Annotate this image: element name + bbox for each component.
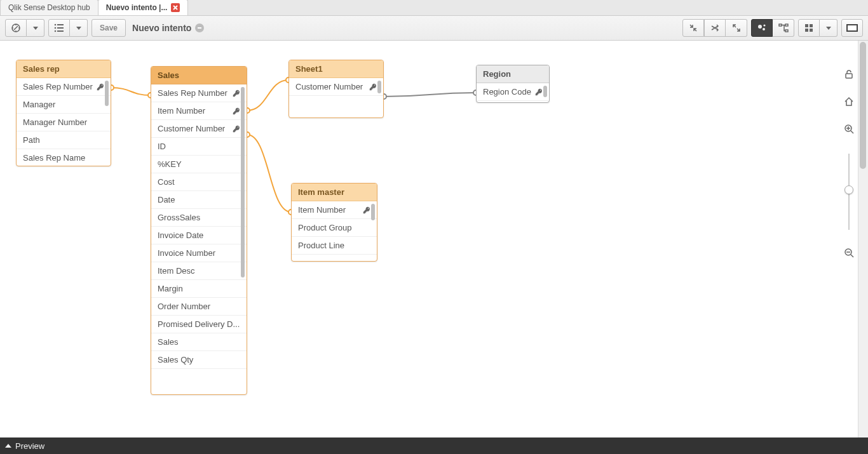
app-title-text: Nuevo intento xyxy=(132,23,191,33)
canvas-scrollbar[interactable] xyxy=(858,41,868,437)
chevron-down-icon xyxy=(33,27,38,30)
compass-dropdown[interactable] xyxy=(27,19,44,37)
table-field[interactable]: Product Group xyxy=(292,219,377,237)
table-field[interactable]: Invoice Date xyxy=(151,227,247,244)
table-title[interactable]: Sheet1 xyxy=(289,60,383,78)
list-dropdown[interactable] xyxy=(70,19,88,37)
table-field[interactable]: Sales Qty xyxy=(151,351,247,369)
field-scroll-thumb[interactable] xyxy=(377,81,381,93)
save-button[interactable]: Save xyxy=(92,19,126,37)
table-field[interactable]: Cost xyxy=(151,173,247,191)
field-label: Date xyxy=(158,191,175,209)
field-scroll-thumb[interactable] xyxy=(241,87,245,277)
table-field[interactable]: Sales Rep Number xyxy=(151,84,247,102)
table-field[interactable]: Sales Rep Number xyxy=(17,78,111,96)
table-field[interactable]: ID xyxy=(151,138,247,156)
grid-dropdown[interactable] xyxy=(820,19,837,37)
table-sales[interactable]: SalesSales Rep NumberItem NumberCustomer… xyxy=(151,66,247,395)
table-sheet1[interactable]: Sheet1Customer Number xyxy=(288,60,384,118)
preview-bar[interactable]: Preview xyxy=(0,437,868,454)
table-field[interactable]: Promised Delivery D... xyxy=(151,316,247,333)
key-icon xyxy=(233,90,240,97)
tab-label: Nuevo intento |... xyxy=(106,0,168,15)
table-field[interactable]: Path xyxy=(17,131,111,149)
table-field[interactable]: Item Number xyxy=(292,201,377,219)
table-field[interactable]: Invoice Number xyxy=(151,244,247,262)
svg-rect-14 xyxy=(785,30,788,32)
field-label: Region Code xyxy=(483,83,531,101)
zoom-slider-handle[interactable] xyxy=(844,185,853,194)
collapse-button[interactable] xyxy=(682,19,704,37)
field-label: Invoice Number xyxy=(158,244,215,262)
svg-rect-18 xyxy=(810,29,813,32)
list-button[interactable] xyxy=(48,19,70,37)
table-field[interactable]: Margin xyxy=(151,280,247,298)
table-title[interactable]: Region xyxy=(477,65,549,83)
table-field[interactable]: GrossSales xyxy=(151,209,247,227)
table-field[interactable]: Manager xyxy=(17,96,111,114)
grid-view-group xyxy=(798,19,837,37)
table-field[interactable]: Region Code xyxy=(477,83,549,101)
app-title: Nuevo intento xyxy=(132,23,204,33)
field-label: Item Number xyxy=(298,201,346,219)
table-title[interactable]: Sales rep xyxy=(17,60,111,78)
field-list: Sales Rep NumberItem NumberCustomer Numb… xyxy=(151,84,247,394)
table-field[interactable]: Customer Number xyxy=(151,120,247,138)
preview-label: Preview xyxy=(15,441,44,451)
zoom-out-icon[interactable] xyxy=(844,248,854,260)
table-sales_rep[interactable]: Sales repSales Rep NumberManagerManager … xyxy=(16,60,111,166)
home-icon[interactable] xyxy=(844,97,854,109)
fullscreen-button[interactable] xyxy=(841,19,863,37)
compass-button[interactable] xyxy=(5,19,27,37)
table-field[interactable]: Customer Number xyxy=(289,78,383,96)
table-field[interactable]: %KEY xyxy=(151,156,247,173)
close-icon[interactable] xyxy=(171,3,180,12)
field-scroll-thumb[interactable] xyxy=(371,204,375,220)
tree-view-button[interactable] xyxy=(773,19,794,37)
field-list: Customer Number xyxy=(289,78,383,117)
field-label: Item Desc xyxy=(158,262,195,280)
table-field[interactable]: Sales Rep Name xyxy=(17,149,111,166)
table-title[interactable]: Sales xyxy=(151,67,247,84)
lock-icon[interactable] xyxy=(844,69,854,81)
table-field[interactable]: Sales xyxy=(151,333,247,351)
key-icon xyxy=(363,206,370,214)
field-label: ID xyxy=(158,138,166,156)
field-scroll-thumb[interactable] xyxy=(105,81,109,106)
data-model-canvas[interactable]: Sales repSales Rep NumberManagerManager … xyxy=(0,41,868,437)
table-field[interactable]: Item Desc xyxy=(151,262,247,280)
field-label: Promised Delivery D... xyxy=(158,316,240,333)
svg-rect-15 xyxy=(805,24,808,27)
table-field[interactable]: Product Line xyxy=(292,237,377,255)
shuffle-button[interactable] xyxy=(704,19,726,37)
key-icon xyxy=(233,107,240,115)
svg-rect-6 xyxy=(57,30,64,32)
field-scroll-thumb[interactable] xyxy=(543,86,547,97)
grid-view-button[interactable] xyxy=(798,19,820,37)
svg-point-3 xyxy=(55,27,57,29)
tab-app[interactable]: Nuevo intento |... xyxy=(98,0,189,15)
expand-button[interactable] xyxy=(726,19,747,37)
field-label: Sales Rep Name xyxy=(23,149,85,166)
field-list: Region Code xyxy=(477,83,549,102)
table-field[interactable]: Date xyxy=(151,191,247,209)
app-status-icon xyxy=(195,23,204,32)
table-item_master[interactable]: Item masterItem NumberProduct GroupProdu… xyxy=(291,183,377,262)
tab-label: Qlik Sense Desktop hub xyxy=(8,0,90,15)
zoom-in-icon[interactable] xyxy=(844,124,854,136)
table-field[interactable]: Order Number xyxy=(151,298,247,316)
field-label: Customer Number xyxy=(295,78,363,96)
svg-point-5 xyxy=(55,30,57,32)
table-field[interactable]: Item Number xyxy=(151,102,247,120)
chevron-down-icon xyxy=(76,27,81,30)
table-field[interactable]: Manager Number xyxy=(17,114,111,131)
bubble-view-button[interactable] xyxy=(751,19,773,37)
table-region[interactable]: RegionRegion Code xyxy=(476,65,550,103)
field-label: Manager xyxy=(23,96,55,114)
zoom-slider[interactable] xyxy=(848,154,850,230)
scrollbar-thumb[interactable] xyxy=(860,42,866,169)
tab-hub[interactable]: Qlik Sense Desktop hub xyxy=(0,0,98,15)
field-label: Sales Qty xyxy=(158,351,193,369)
chevron-down-icon xyxy=(826,27,831,30)
table-title[interactable]: Item master xyxy=(292,184,377,201)
